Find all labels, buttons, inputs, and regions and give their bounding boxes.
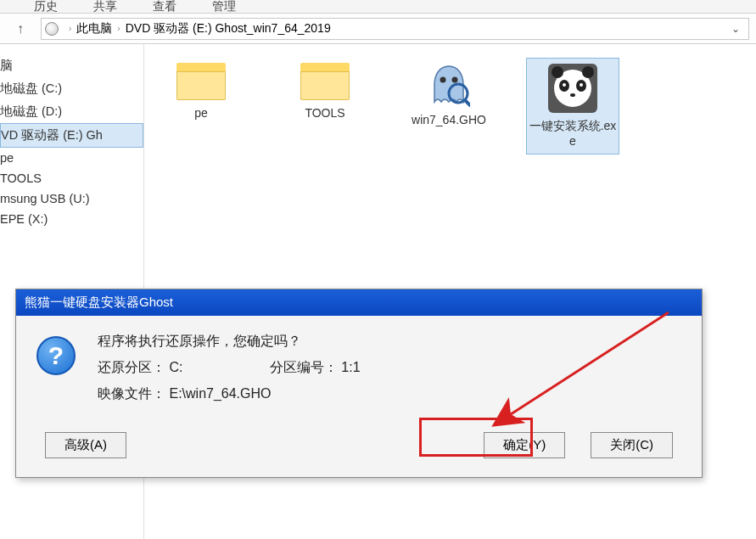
dialog-message: 程序将执行还原操作，您确定吗？ 还原分区： C: 分区编号： 1:1 映像文件：… bbox=[98, 333, 361, 412]
file-item[interactable]: 一键安装系统.exe bbox=[526, 58, 619, 154]
sidebar-item[interactable]: msung USB (U:) bbox=[0, 188, 143, 209]
image-file-label: 映像文件： bbox=[98, 385, 165, 403]
file-name-label: TOOLS bbox=[305, 105, 344, 121]
svg-point-0 bbox=[440, 77, 446, 83]
nav-up-icon[interactable]: ↑ bbox=[10, 18, 31, 40]
question-icon: ? bbox=[36, 336, 76, 375]
ghost-icon bbox=[428, 63, 470, 107]
sidebar-item[interactable]: 地磁盘 (D:) bbox=[0, 100, 143, 123]
panda-icon bbox=[548, 64, 597, 113]
menu-manage[interactable]: 管理 bbox=[212, 0, 236, 14]
breadcrumb-seg-thispc[interactable]: 此电脑 bbox=[76, 21, 112, 36]
partition-number-value: 1:1 bbox=[341, 360, 360, 375]
dialog-message-text: 程序将执行还原操作，您确定吗？ bbox=[98, 333, 361, 351]
menu-view[interactable]: 查看 bbox=[153, 0, 176, 14]
sidebar-item[interactable]: TOOLS bbox=[0, 168, 143, 188]
menu-share[interactable]: 共享 bbox=[93, 0, 117, 14]
path-box[interactable]: › 此电脑 › DVD 驱动器 (E:) Ghost_win7_64_2019 … bbox=[41, 18, 749, 40]
svg-line-3 bbox=[465, 100, 470, 105]
breadcrumb-seg-drive[interactable]: DVD 驱动器 (E:) Ghost_win7_64_2019 bbox=[126, 21, 331, 36]
close-button[interactable]: 关闭(C) bbox=[591, 432, 673, 458]
menu-bar: 历史 共享 查看 管理 bbox=[0, 0, 756, 14]
file-name-label: win7_64.GHO bbox=[412, 112, 486, 127]
sidebar-item[interactable]: pe bbox=[0, 148, 143, 168]
sidebar-item[interactable]: 地磁盘 (C:) bbox=[0, 77, 143, 100]
folder-icon bbox=[176, 63, 226, 100]
breadcrumb-chevron-icon: › bbox=[117, 24, 120, 33]
ok-button[interactable]: 确定(Y) bbox=[484, 432, 565, 458]
chevron-down-icon[interactable]: ⌄ bbox=[726, 23, 745, 35]
svg-point-1 bbox=[452, 77, 458, 83]
sidebar-item[interactable]: VD 驱动器 (E:) Gh bbox=[0, 123, 143, 148]
disc-icon bbox=[45, 22, 59, 36]
dialog-title-bar[interactable]: 熊猫一键硬盘安装器Ghost bbox=[16, 289, 702, 316]
breadcrumb-chevron-icon: › bbox=[69, 24, 71, 33]
address-bar: ↑ › 此电脑 › DVD 驱动器 (E:) Ghost_win7_64_201… bbox=[0, 14, 756, 44]
sidebar-item[interactable]: 脑 bbox=[0, 54, 143, 77]
file-item[interactable]: TOOLS bbox=[278, 58, 372, 154]
file-item[interactable]: pe bbox=[154, 58, 248, 154]
partition-value: C: bbox=[169, 360, 237, 375]
confirm-dialog: 熊猫一键硬盘安装器Ghost ? 程序将执行还原操作，您确定吗？ 还原分区： C… bbox=[15, 289, 703, 478]
sidebar-item[interactable]: EPE (X:) bbox=[0, 209, 143, 229]
folder-icon bbox=[300, 63, 350, 100]
menu-history[interactable]: 历史 bbox=[34, 0, 58, 14]
advanced-button[interactable]: 高级(A) bbox=[45, 432, 126, 458]
file-name-label: pe bbox=[194, 105, 208, 121]
file-name-label: 一键安装系统.exe bbox=[529, 118, 617, 149]
partition-label: 还原分区： bbox=[98, 359, 165, 377]
image-file-value: E:\win7_64.GHO bbox=[169, 386, 271, 401]
partition-number-label: 分区编号： bbox=[270, 359, 338, 377]
file-item[interactable]: win7_64.GHO bbox=[402, 58, 496, 154]
